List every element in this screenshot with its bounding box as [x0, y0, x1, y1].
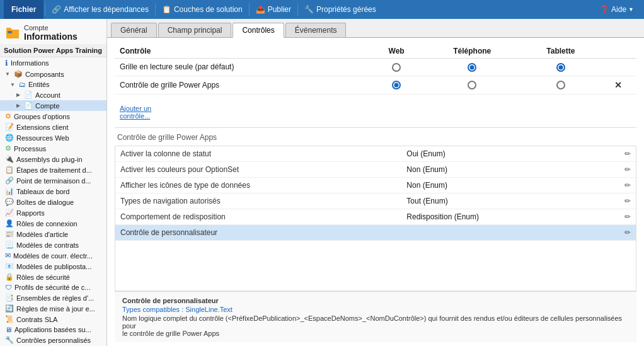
sidebar-item-groupes-options[interactable]: ⚙ Groupes d'options	[0, 111, 106, 122]
show-dependencies-button[interactable]: 🔗 Afficher les dépendances	[47, 0, 154, 19]
radio-checked-web-2[interactable]	[392, 81, 401, 89]
sidebar-item-boites-dialogue[interactable]: 💬 Boîtes de dialogue	[0, 197, 106, 207]
sidebar-item-assemblys[interactable]: 🔌 Assemblys du plug-in	[0, 154, 106, 164]
radio-unchecked-tablet-2[interactable]	[556, 81, 565, 89]
radio-web-2[interactable]	[370, 76, 423, 94]
prop-edit-6[interactable]: ✏	[597, 224, 636, 240]
radio-tablet-2[interactable]	[521, 76, 600, 94]
sidebar-item-compte[interactable]: ▶ 📄 Compte	[0, 100, 106, 111]
props-icon: 🔧	[304, 5, 314, 14]
prop-label-2: Activer les couleurs pour OptionSet	[115, 161, 401, 177]
tab-general[interactable]: Général	[111, 23, 157, 37]
prop-row-highlighted: Contrôle de personnalisateur ✏	[115, 224, 636, 240]
col-header-web: Web	[370, 44, 423, 59]
sidebar-item-applications[interactable]: 🖥 Applications basées su...	[0, 325, 106, 335]
tree-arrow-icon-2: ▼	[10, 82, 15, 88]
radio-web-1[interactable]	[370, 59, 423, 76]
sidebar-item-tableaux-bord[interactable]: 📊 Tableaux de bord	[0, 186, 106, 197]
sidebar-item-roles-securite[interactable]: 🔒 Rôles de sécurité	[0, 272, 106, 282]
help-button[interactable]: ❓ Aide ▼	[594, 0, 640, 19]
radio-unchecked-phone-2[interactable]	[468, 81, 476, 89]
properties-section-title: Contrôle de grille Power Apps	[115, 133, 636, 142]
sidebar-item-entites[interactable]: ▼ 🗂 Entités	[0, 79, 106, 89]
edit-icon-6[interactable]: ✏	[624, 228, 631, 237]
publish-button[interactable]: 📤 Publier	[251, 0, 296, 19]
file-button[interactable]: Fichier	[4, 0, 43, 19]
tab-controles[interactable]: Contrôles	[233, 23, 284, 38]
info-panel-line1: Types compatibles : SingleLine.Text	[122, 306, 629, 313]
radio-phone-1[interactable]	[423, 59, 521, 76]
table-row: Contrôle de grille Power Apps ✕	[115, 76, 636, 94]
sidebar-item-processus[interactable]: ⚙ Processus	[0, 143, 106, 154]
delete-button[interactable]: ✕	[614, 80, 622, 90]
prop-label-5: Comportement de redisposition	[115, 209, 401, 224]
sidebar-item-profils-securite[interactable]: 🛡 Profils de sécurité de c...	[0, 282, 106, 292]
security-icon: 🔒	[5, 273, 14, 281]
table-row: Grille en lecture seule (par défaut)	[115, 59, 636, 76]
sidebar-item-extensions[interactable]: 📝 Extensions client	[0, 122, 106, 132]
sidebar-item-point-terminaison[interactable]: 🔗 Point de terminaison d...	[0, 175, 106, 186]
sidebar-item-modeles-publi[interactable]: 📧 Modèles de publiposta...	[0, 261, 106, 272]
edit-icon-4[interactable]: ✏	[624, 197, 631, 205]
radio-unchecked-1[interactable]	[392, 63, 401, 72]
sidebar-item-etapes[interactable]: 📋 Étapes de traitement d...	[0, 164, 106, 175]
ruleset-icon: 📑	[5, 294, 14, 302]
add-control-link[interactable]: Ajouter uncontrôle...	[115, 102, 636, 122]
web-icon: 🌐	[5, 134, 14, 142]
prop-edit-5[interactable]: ✏	[597, 209, 636, 224]
prop-row-1: Activer la colonne de statut Oui (Enum) …	[115, 146, 636, 162]
prop-label-1: Activer la colonne de statut	[115, 146, 401, 162]
sidebar-section-title: Solution Power Apps Training	[0, 44, 106, 57]
tab-evenements[interactable]: Événements	[285, 23, 347, 37]
sidebar-item-controles-perso[interactable]: 🔧 Contrôles personnalisés	[0, 335, 106, 345]
client-icon: 📝	[5, 123, 14, 131]
sidebar-item-ensembles-regles[interactable]: 📑 Ensembles de règles d'...	[0, 292, 106, 303]
radio-checked-tablet-1[interactable]	[556, 63, 565, 72]
prop-label-3: Afficher les icônes de type de données	[115, 177, 401, 193]
sidebar-item-rapports[interactable]: 📈 Rapports	[0, 207, 106, 218]
sidebar-item-regles-maj[interactable]: 🔄 Règles de mise à jour e...	[0, 303, 106, 314]
edit-icon-1[interactable]: ✏	[624, 149, 631, 158]
sidebar-item-composants[interactable]: ▼ 📦 Composants	[0, 69, 106, 79]
prop-row-2: Activer les couleurs pour OptionSet Non …	[115, 161, 636, 177]
tab-champ-principal[interactable]: Champ principal	[158, 23, 232, 37]
managed-properties-button[interactable]: 🔧 Propriétés gérées	[299, 0, 381, 19]
entities-icon: 🗂	[19, 81, 26, 88]
sidebar-item-roles-connexion[interactable]: 👤 Rôles de connexion	[0, 218, 106, 229]
tab-bar: Général Champ principal Contrôles Événem…	[107, 19, 644, 38]
mail-icon: 📧	[5, 262, 14, 270]
prop-label-4: Types de navigation autorisés	[115, 193, 401, 209]
delete-cell-1	[601, 59, 636, 76]
radio-tablet-1[interactable]	[521, 59, 600, 76]
prop-edit-4[interactable]: ✏	[597, 193, 636, 209]
prop-label-6: Contrôle de personnalisateur	[115, 224, 401, 240]
delete-cell-2[interactable]: ✕	[601, 76, 636, 94]
sidebar: Compte Informations Solution Power Apps …	[0, 19, 107, 346]
sidebar-item-informations[interactable]: ℹ Informations	[0, 57, 106, 69]
table-section: Contrôle Web Téléphone Tablette Grille e…	[107, 38, 644, 346]
radio-checked-phone-1[interactable]	[468, 63, 476, 72]
edit-icon-2[interactable]: ✏	[624, 165, 631, 174]
sidebar-item-modeles-contrats[interactable]: 📃 Modèles de contrats	[0, 239, 106, 250]
radio-phone-2[interactable]	[423, 76, 521, 94]
info-panel-line3: le contrôle de grille Power Apps	[122, 330, 629, 337]
step-icon: 📋	[5, 166, 14, 174]
edit-icon-3[interactable]: ✏	[624, 181, 631, 190]
sidebar-item-modeles-courr[interactable]: ✉ Modèles de courr. électr...	[0, 250, 106, 261]
info-panel-line2: Nom logique complet du contrôle (<Préfix…	[122, 314, 629, 330]
col-header-actions	[601, 44, 636, 59]
plugin-icon: 🔌	[5, 155, 14, 163]
sidebar-item-contrats-sla[interactable]: 📜 Contrats SLA	[0, 314, 106, 325]
dialog-icon: 💬	[5, 198, 14, 206]
sidebar-item-modeles-article[interactable]: 📰 Modèles d'article	[0, 229, 106, 239]
prop-value-1: Oui (Enum)	[401, 146, 597, 162]
sidebar-item-ressources-web[interactable]: 🌐 Ressources Web	[0, 132, 106, 143]
prop-edit-1[interactable]: ✏	[597, 146, 636, 162]
prop-edit-2[interactable]: ✏	[597, 161, 636, 177]
dashboard-icon: 📊	[5, 187, 14, 195]
edit-icon-5[interactable]: ✏	[624, 212, 631, 221]
prop-row-4: Types de navigation autorisés Tout (Enum…	[115, 193, 636, 209]
prop-edit-3[interactable]: ✏	[597, 177, 636, 193]
sidebar-item-account[interactable]: ▶ 📄 Account	[0, 89, 106, 100]
solution-layers-button[interactable]: 📋 Couches de solution	[157, 0, 248, 19]
